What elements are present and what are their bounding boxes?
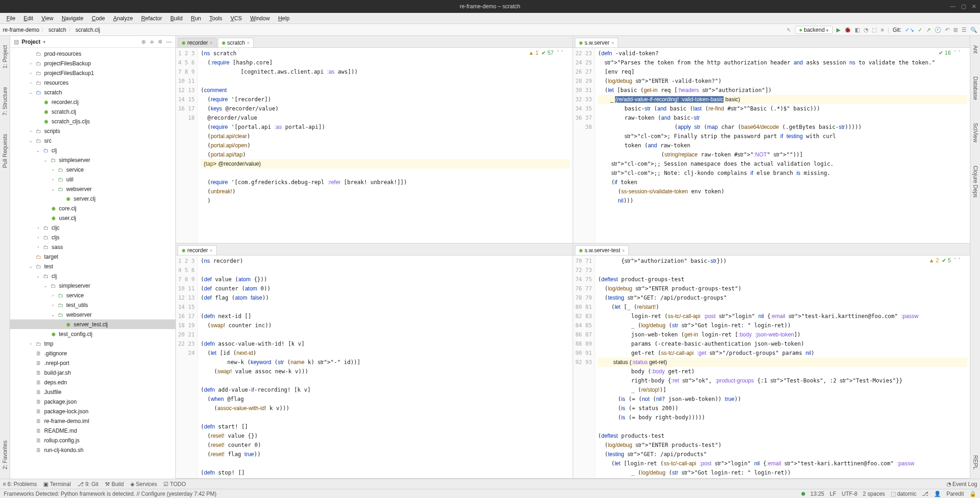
tree-item[interactable]: 🗎package.json <box>10 397 175 406</box>
minimize-icon[interactable]: — <box>950 3 956 10</box>
tree-item[interactable]: ◉server_test.clj <box>10 319 175 329</box>
tree-item[interactable]: 🗀target <box>10 252 175 261</box>
tree-item[interactable]: ⌄🗀simpleserver <box>10 155 175 165</box>
attach-icon[interactable]: ⬚ <box>872 27 877 33</box>
tree-item[interactable]: ◉user.clj <box>10 213 175 223</box>
git-commit-icon[interactable]: ✓ <box>918 27 922 33</box>
tool-tab-sciview[interactable]: SciView <box>972 123 979 142</box>
run-icon[interactable]: ▶ <box>836 27 841 33</box>
status-encoding[interactable]: UTF-8 <box>842 491 858 497</box>
tree-item[interactable]: ›🗀service <box>10 290 175 300</box>
tree-item[interactable]: ⌄🗀test <box>10 261 175 271</box>
tree-item[interactable]: ›🗀sass <box>10 242 175 252</box>
bottom-tool[interactable]: ⎇ 9: Git <box>77 481 99 487</box>
tree-item[interactable]: ›🗀cljc <box>10 223 175 232</box>
status-line-sep[interactable]: LF <box>830 491 836 497</box>
bottom-tool[interactable]: ◈ Services <box>130 481 157 487</box>
menu-edit[interactable]: Edit <box>20 14 37 23</box>
run-config-selector[interactable]: ● backend ▾ <box>795 26 833 34</box>
editor-tab[interactable]: ◉recorder× <box>178 38 217 47</box>
close-tab-icon[interactable]: × <box>210 248 213 253</box>
menu-build[interactable]: Build <box>167 14 186 23</box>
git-history-icon[interactable]: 🕘 <box>934 27 941 33</box>
expand-all-icon[interactable]: ≑ <box>150 39 154 45</box>
bottom-tool[interactable]: ☑ TODO <box>163 481 186 487</box>
tree-item[interactable]: 🗎README.md <box>10 426 175 435</box>
hide-panel-icon[interactable]: — <box>166 39 172 45</box>
tree-item[interactable]: ⌄🗀webserver <box>10 184 175 194</box>
project-tree[interactable]: 🗀prod-resources›🗀projectFilesBackup›🗀pro… <box>10 48 175 479</box>
inspection-indicators[interactable]: ▲ 2✔ 5˄ ˅ <box>929 257 961 264</box>
status-paredit[interactable]: Paredit <box>946 491 964 497</box>
back-arrow-icon[interactable]: ↖ <box>787 27 791 33</box>
maximize-icon[interactable]: ▢ <box>961 3 966 10</box>
tree-item[interactable]: ⌄🗀src <box>10 136 175 145</box>
editor-tab[interactable]: ◉recorder× <box>178 245 217 255</box>
git-update-icon[interactable]: ✓↘ <box>905 27 914 33</box>
tree-item[interactable]: ›🗀scripts <box>10 126 175 136</box>
close-tab-icon[interactable]: × <box>210 41 213 46</box>
inspection-indicators[interactable]: ✔ 16˄ ˅ <box>939 50 961 56</box>
tree-item[interactable]: ⌄🗀simpleserver <box>10 281 175 290</box>
tree-item[interactable]: 🗎re-frame-demo.iml <box>10 416 175 426</box>
crumb-1[interactable]: scratch <box>48 27 66 33</box>
code-area[interactable]: (ns scratch (:require [hashp.core] [cogn… <box>198 48 573 243</box>
tree-item[interactable]: 🗎build-jar.sh <box>10 368 175 377</box>
tree-item[interactable]: 🗎run-clj-kondo.sh <box>10 445 175 455</box>
tool-tab-favorites[interactable]: 2: Favorites <box>2 440 8 469</box>
code-area[interactable]: (ns recorder) (def value (atom {})) (def… <box>198 255 573 478</box>
tree-item[interactable]: ◉core.clj <box>10 203 175 213</box>
ide-settings-icon[interactable]: ☰ <box>962 27 967 33</box>
tree-item[interactable]: ⌄🗀clj <box>10 145 175 155</box>
bottom-tool[interactable]: ▣ Terminal <box>43 481 70 487</box>
menu-file[interactable]: File <box>3 14 19 23</box>
editor-tab[interactable]: ◉s.w.server-test× <box>575 245 629 255</box>
tool-tab-repl[interactable]: REPL <box>972 455 979 469</box>
menu-tools[interactable]: Tools <box>206 14 226 23</box>
tree-item[interactable]: ⌄🗀scratch <box>10 87 175 97</box>
tree-item[interactable]: ›🗀resources <box>10 78 175 87</box>
close-tab-icon[interactable]: × <box>611 41 614 46</box>
tree-item[interactable]: 🗎.nrepl-port <box>10 358 175 368</box>
select-opened-icon[interactable]: ⊕ <box>141 39 146 45</box>
tree-item[interactable]: ◉scratch_cljs.cljs <box>10 116 175 126</box>
status-lock-icon[interactable]: 🔒 <box>969 491 976 497</box>
tree-item[interactable]: ⌄🗀webserver <box>10 310 175 319</box>
git-rollback-icon[interactable]: ↶ <box>945 27 950 33</box>
tree-item[interactable]: ›🗀service <box>10 165 175 174</box>
event-log-button[interactable]: ◔ Event Log <box>946 481 977 487</box>
debug-icon[interactable]: 🐞 <box>844 27 851 33</box>
editor-tab[interactable]: ◉scratch× <box>218 38 254 47</box>
search-everywhere-icon[interactable]: 🔍 <box>970 27 977 33</box>
tree-item[interactable]: ›🗀projectFilesBackup <box>10 58 175 68</box>
collapse-all-icon[interactable]: ✲ <box>158 39 162 45</box>
menu-window[interactable]: Window <box>246 14 273 23</box>
tool-tab-structure[interactable]: 7: Structure <box>2 87 8 116</box>
tool-tab-clojure-deps[interactable]: Clojure Deps <box>972 166 979 197</box>
crumb-2[interactable]: scratch.clj <box>75 27 100 33</box>
menu-code[interactable]: Code <box>88 14 109 23</box>
tree-item[interactable]: ◉recorder.clj <box>10 97 175 107</box>
tree-item[interactable]: ›🗀test_utils <box>10 300 175 310</box>
tree-item[interactable]: 🗀prod-resources <box>10 49 175 58</box>
breadcrumb[interactable]: re-frame-demo〉scratch〉scratch.clj <box>3 26 100 34</box>
tree-item[interactable]: ›🗀util <box>10 174 175 184</box>
close-icon[interactable]: ✕ <box>972 3 976 10</box>
toolbox-icon[interactable]: ⊞ <box>953 27 958 33</box>
tool-tab-pull-requests[interactable]: Pull Requests <box>2 134 8 168</box>
tree-item[interactable]: ›🗀projectFilesBackup1 <box>10 68 175 78</box>
code-area[interactable]: (defn -valid-token? str">"Parses the tok… <box>595 48 970 243</box>
tree-item[interactable]: ◉server.clj <box>10 194 175 203</box>
status-branch-icon[interactable]: ⎇ <box>922 491 928 497</box>
menu-run[interactable]: Run <box>187 14 205 23</box>
menu-view[interactable]: View <box>38 14 57 23</box>
tree-item[interactable]: ›🗀cljs <box>10 232 175 242</box>
stop-icon[interactable]: ■ <box>881 27 884 33</box>
coverage-icon[interactable]: ◧ <box>855 27 860 33</box>
tree-item[interactable]: ◉test_config.clj <box>10 329 175 339</box>
menu-refactor[interactable]: Refactor <box>138 14 166 23</box>
tree-item[interactable]: ⌄🗀clj <box>10 271 175 281</box>
tree-item[interactable]: 🗎package-lock.json <box>10 406 175 416</box>
inspection-indicators[interactable]: ▲ 1✔ 57˄ ˅ <box>528 50 563 56</box>
editor-tab[interactable]: ◉s.w.server× <box>575 38 618 47</box>
